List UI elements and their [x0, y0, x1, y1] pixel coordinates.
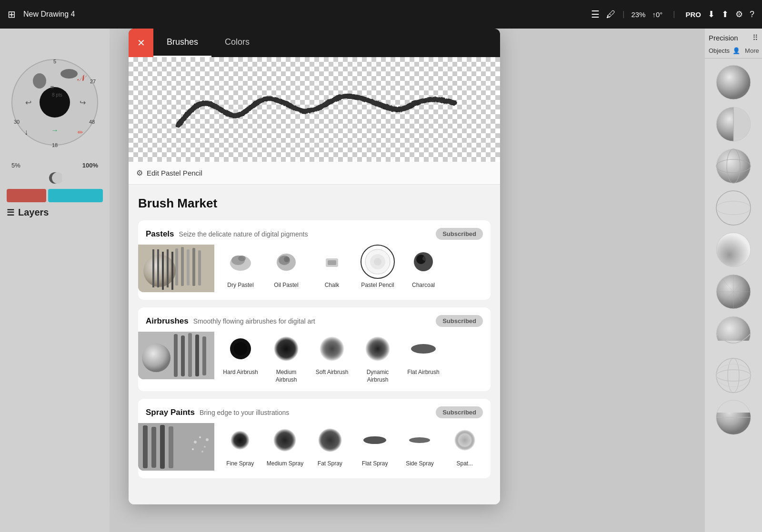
brush-item-flat-spray[interactable]: Flat Spray — [354, 423, 396, 468]
brush-item-hard-airbrush[interactable]: Hard Airbrush — [219, 332, 262, 384]
menu-icon[interactable]: ☰ — [591, 9, 600, 20]
main-area: ✕ Brushes Colors — [110, 29, 705, 532]
tab-colors[interactable]: Colors — [211, 29, 263, 57]
sphere-partial[interactable] — [714, 315, 752, 353]
app-title: New Drawing 4 — [23, 10, 75, 19]
left-toolbar: 5 27 48 18 30 ↩ ↪ ≡ 8 pts 𝒩 ↓ → ✏ — [0, 29, 110, 532]
svg-rect-48 — [181, 247, 184, 286]
sphere-shaded[interactable] — [714, 231, 752, 269]
svg-text:→: → — [51, 126, 59, 134]
edit-bar: ⚙ Edit Pastel Pencil — [129, 162, 500, 185]
sphere-wire[interactable] — [714, 356, 752, 394]
brush-item-spat[interactable]: Spat... — [444, 423, 486, 468]
svg-point-90 — [231, 431, 250, 450]
brush-item-fine-spray[interactable]: Fine Spray — [219, 423, 261, 468]
flat-spray-label: Flat Spray — [362, 460, 388, 468]
brush-item-medium-airbrush[interactable]: Medium Airbrush — [265, 332, 308, 384]
medium-spray-icon-wrap — [268, 423, 302, 457]
airbrushes-content: Hard Airbrush — [138, 327, 491, 391]
topbar: ⊞ New Drawing 4 ☰ 🖊 | 23% ↑0° | PRO ⬇ ⬆ … — [0, 0, 762, 29]
help-icon[interactable]: ? — [750, 10, 754, 20]
brush-item-oil-pastel[interactable]: Oil Pastel — [265, 245, 308, 289]
brush-item-pastel-pencil[interactable]: Pastel Pencil — [356, 245, 399, 289]
brush-item-side-spray[interactable]: Side Spray — [399, 423, 441, 468]
sphere-bottom-partial[interactable] — [714, 398, 752, 436]
brush-item-flat-airbrush[interactable]: Flat Airbrush — [402, 332, 445, 384]
spray-image — [138, 423, 214, 471]
svg-point-86 — [204, 446, 206, 448]
sphere-orbit[interactable] — [714, 147, 752, 185]
person-icon[interactable]: 👤 — [732, 47, 740, 54]
airbrushes-desc: Smoothly flowing airbrushes for digital … — [193, 317, 431, 325]
svg-rect-50 — [192, 248, 195, 286]
pastel-pencil-icon-wrap — [361, 245, 395, 279]
pastels-desc: Seize the delicate nature of digital pig… — [179, 230, 431, 238]
dry-pastel-icon-wrap — [223, 245, 258, 279]
svg-rect-80 — [143, 425, 148, 468]
objects-tab[interactable]: Objects — [709, 47, 730, 54]
svg-rect-69 — [181, 335, 185, 376]
soft-airbrush-label: Soft Airbrush — [316, 369, 349, 376]
brush-item-soft-airbrush[interactable]: Soft Airbrush — [311, 332, 353, 384]
svg-point-24 — [716, 149, 751, 183]
sphere-half[interactable] — [714, 105, 752, 143]
pro-badge[interactable]: PRO — [685, 10, 701, 19]
right-panel-top: Precision ⠿ — [705, 29, 762, 45]
brush-item-dry-pastel[interactable]: Dry Pastel — [219, 245, 262, 289]
svg-text:✏: ✏ — [78, 128, 83, 136]
sphere-full[interactable] — [714, 63, 752, 101]
half-moon-icon[interactable] — [48, 171, 62, 185]
grid-dots-icon[interactable]: ⠿ — [752, 33, 758, 42]
sphere-faceted[interactable] — [714, 273, 752, 311]
color-bar-red[interactable] — [7, 189, 46, 202]
svg-point-54 — [238, 256, 246, 261]
airbrushes-brushes: Hard Airbrush — [214, 332, 450, 384]
brush-item-chalk[interactable]: Chalk — [311, 245, 353, 289]
svg-rect-81 — [151, 427, 156, 468]
svg-text:5: 5 — [53, 59, 56, 64]
svg-point-94 — [363, 436, 386, 444]
close-button[interactable]: ✕ — [129, 29, 153, 57]
svg-point-6 — [40, 87, 70, 118]
brush-icon[interactable]: 🖊 — [606, 9, 616, 20]
fat-spray-icon-wrap — [313, 423, 347, 457]
grid-icon[interactable]: ⊞ — [8, 9, 16, 20]
svg-point-40 — [716, 364, 751, 387]
edit-brush-label[interactable]: Edit Pastel Pencil — [147, 169, 202, 177]
pastels-brushes: Dry Pastel Oil Pastel — [214, 245, 450, 289]
sphere-outline[interactable] — [714, 189, 752, 227]
svg-point-27 — [716, 191, 751, 225]
upload-icon[interactable]: ⬆ — [722, 9, 729, 20]
svg-rect-83 — [169, 426, 173, 468]
tab-brushes[interactable]: Brushes — [153, 29, 211, 57]
brush-item-medium-spray[interactable]: Medium Spray — [264, 423, 306, 468]
brush-item-dynamic-airbrush[interactable]: Dynamic Airbrush — [356, 332, 399, 384]
brush-item-charcoal[interactable]: Charcoal — [402, 245, 445, 289]
more-tab[interactable]: More — [745, 47, 759, 54]
side-spray-label: Side Spray — [406, 460, 434, 468]
modal-scroll-area[interactable]: Brush Market Pastels Seize the delicate … — [129, 185, 500, 504]
svg-rect-51 — [198, 250, 201, 286]
settings-icon[interactable]: ⚙ — [735, 9, 743, 20]
airbrushes-section: Airbrushes Smoothly flowing airbrushes f… — [138, 307, 491, 391]
brush-item-fat-spray[interactable]: Fat Spray — [309, 423, 351, 468]
spray-badge: Subscribed — [436, 406, 483, 418]
svg-point-39 — [728, 358, 739, 393]
svg-text:≡: ≡ — [50, 84, 54, 91]
color-bar-cyan[interactable] — [48, 189, 103, 202]
dry-pastel-label: Dry Pastel — [227, 282, 253, 289]
fine-spray-label: Fine Spray — [226, 460, 254, 468]
svg-rect-70 — [188, 333, 192, 377]
svg-rect-72 — [202, 336, 206, 375]
spray-title: Spray Paints — [146, 408, 195, 417]
spat-icon-wrap — [448, 423, 482, 457]
radial-circle-svg[interactable]: 5 27 48 18 30 ↩ ↪ ≡ 8 pts 𝒩 ↓ → ✏ — [7, 55, 102, 150]
svg-rect-71 — [195, 335, 199, 376]
svg-point-77 — [365, 336, 390, 361]
soft-airbrush-icon-wrap — [315, 332, 349, 366]
radial-menu[interactable]: 5 27 48 18 30 ↩ ↪ ≡ 8 pts 𝒩 ↓ → ✏ — [2, 33, 107, 171]
layers-row[interactable]: ☰ Layers — [7, 207, 103, 218]
pastels-header: Pastels Seize the delicate nature of dig… — [138, 220, 491, 240]
download-icon[interactable]: ⬇ — [708, 9, 715, 20]
svg-text:8 pts: 8 pts — [52, 92, 62, 98]
